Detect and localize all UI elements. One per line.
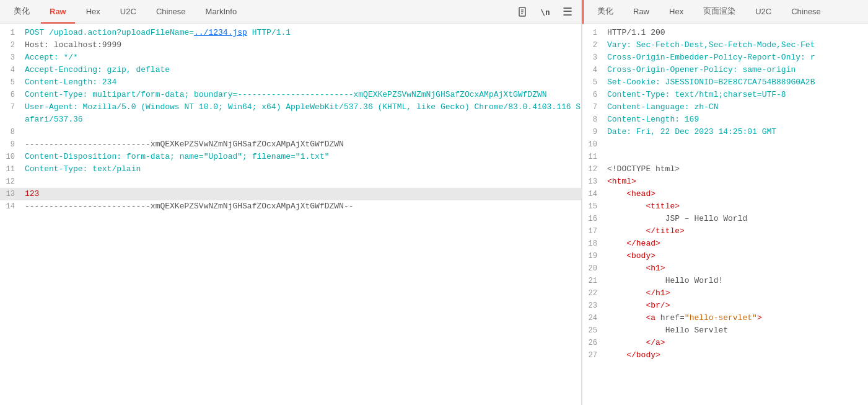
- line-content: </h1>: [602, 287, 868, 300]
- tab-u2c-left[interactable]: U2C: [112, 0, 145, 24]
- line-content: Accept-Encoding: gzip, deflate: [20, 64, 581, 76]
- left-code-area[interactable]: 1POST /upload.action?uploadFileName=../1…: [0, 24, 581, 405]
- tab-hex-right[interactable]: Hex: [660, 0, 692, 24]
- line-number: 9: [582, 126, 602, 138]
- table-row: 9Date: Fri, 22 Dec 2023 14:25:01 GMT: [582, 126, 868, 138]
- table-row: 12: [0, 176, 581, 188]
- line-content: [602, 138, 868, 151]
- table-row: 23 <br/>: [582, 300, 868, 312]
- table-row: 1HTTP/1.1 200: [582, 27, 868, 39]
- line-content: Content-Length: 169: [602, 113, 868, 126]
- line-number: 8: [582, 113, 602, 126]
- table-row: 2Vary: Sec-Fetch-Dest,Sec-Fetch-Mode,Sec…: [582, 39, 868, 51]
- line-content: </title>: [602, 225, 868, 238]
- line-number: 13: [0, 188, 20, 200]
- line-content: <br/>: [602, 300, 868, 312]
- line-content: <head>: [602, 188, 868, 200]
- right-code-area[interactable]: 1HTTP/1.1 2002Vary: Sec-Fetch-Dest,Sec-F…: [582, 24, 868, 405]
- table-row: 25 Hello Servlet: [582, 324, 868, 337]
- line-content: Vary: Sec-Fetch-Dest,Sec-Fetch-Mode,Sec-…: [602, 39, 868, 51]
- line-number: 9: [0, 138, 20, 151]
- line-number: 8: [0, 126, 20, 138]
- line-number: 14: [0, 200, 20, 213]
- line-content: Cross-Origin-Embedder-Policy-Report-Only…: [602, 51, 868, 64]
- tab-markinfo-left[interactable]: MarkInfo: [197, 0, 246, 24]
- line-content: User-Agent: Mozilla/5.0 (Windows NT 10.0…: [20, 101, 581, 126]
- line-content: Hello Servlet: [602, 324, 868, 337]
- left-tab-bar: 美化 Raw Hex U2C Chinese MarkInfo \n ☰: [0, 0, 581, 24]
- line-number: 1: [582, 27, 602, 39]
- line-number: 4: [582, 64, 602, 76]
- table-row: 14 <head>: [582, 188, 868, 200]
- line-number: 3: [582, 51, 602, 64]
- line-content: [20, 176, 581, 188]
- tab-beautify-right[interactable]: 美化: [589, 0, 622, 24]
- line-number: 13: [582, 176, 602, 188]
- table-row: 17 </title>: [582, 225, 868, 238]
- table-row: 11Content-Type: text/plain: [0, 163, 581, 176]
- tab-raw-right[interactable]: Raw: [625, 0, 658, 24]
- table-row: 18 </head>: [582, 238, 868, 250]
- line-number: 26: [582, 337, 602, 349]
- table-row: 2Host: localhost:9999: [0, 39, 581, 51]
- table-row: 4Cross-Origin-Opener-Policy: same-origin: [582, 64, 868, 76]
- line-number: 4: [0, 64, 20, 76]
- line-content: Hello World!: [602, 275, 868, 287]
- line-number: 14: [582, 188, 602, 200]
- line-number: 23: [582, 300, 602, 312]
- icon-newline[interactable]: \n: [537, 3, 554, 20]
- line-number: 19: [582, 250, 602, 262]
- table-row: 16 JSP – Hello World: [582, 213, 868, 225]
- line-number: 6: [0, 89, 20, 101]
- line-number: 16: [582, 213, 602, 225]
- table-row: 26 </a>: [582, 337, 868, 349]
- table-row: 21 Hello World!: [582, 275, 868, 287]
- table-row: 15 <title>: [582, 200, 868, 213]
- tab-beautify-left[interactable]: 美化: [5, 0, 38, 24]
- line-number: 18: [582, 238, 602, 250]
- tab-chinese-right[interactable]: Chinese: [783, 0, 830, 24]
- table-row: 3Cross-Origin-Embedder-Policy-Report-Onl…: [582, 51, 868, 64]
- table-row: 1POST /upload.action?uploadFileName=../1…: [0, 27, 581, 39]
- table-row: 9--------------------------xmQEXKePZSVwN…: [0, 138, 581, 151]
- tab-u2c-right[interactable]: U2C: [747, 0, 780, 24]
- line-number: 12: [582, 163, 602, 176]
- table-row: 5Content-Length: 234: [0, 76, 581, 89]
- icon-menu[interactable]: ☰: [559, 3, 576, 20]
- table-row: 6Content-Type: text/html;charset=UTF-8: [582, 89, 868, 101]
- line-content: Content-Disposition: form-data; name="Up…: [20, 151, 581, 163]
- tab-hex-left[interactable]: Hex: [77, 0, 109, 24]
- table-row: 4Accept-Encoding: gzip, deflate: [0, 64, 581, 76]
- line-number: 3: [0, 51, 20, 64]
- line-content: <title>: [602, 200, 868, 213]
- line-content: </a>: [602, 337, 868, 349]
- table-row: 5Set-Cookie: JSESSIONID=B2E8C7CA754B889G…: [582, 76, 868, 89]
- line-number: 5: [582, 76, 602, 89]
- line-number: 21: [582, 275, 602, 287]
- tab-chinese-left[interactable]: Chinese: [147, 0, 195, 24]
- line-content: Content-Type: multipart/form-data; bound…: [20, 89, 581, 101]
- line-number: 5: [0, 76, 20, 89]
- right-panel: 美化 Raw Hex 页面渲染 U2C Chinese 1HTTP/1.1 20…: [582, 0, 868, 405]
- icon-document[interactable]: [514, 3, 532, 20]
- line-content: JSP – Hello World: [602, 213, 868, 225]
- line-content: <h1>: [602, 262, 868, 275]
- table-row: 12<!DOCTYPE html>: [582, 163, 868, 176]
- table-row: 20 <h1>: [582, 262, 868, 275]
- line-content: <html>: [602, 176, 868, 188]
- line-content: </body>: [602, 349, 868, 362]
- table-row: 13123: [0, 188, 581, 200]
- table-row: 10: [582, 138, 868, 151]
- table-row: 6Content-Type: multipart/form-data; boun…: [0, 89, 581, 101]
- line-content: --------------------------xmQEXKePZSVwNZ…: [20, 138, 581, 151]
- line-number: 25: [582, 324, 602, 337]
- line-number: 10: [0, 151, 20, 163]
- line-content: <body>: [602, 250, 868, 262]
- tab-raw-left[interactable]: Raw: [41, 0, 75, 24]
- line-content: </head>: [602, 238, 868, 250]
- line-content: Content-Language: zh-CN: [602, 101, 868, 113]
- tab-pagerender-right[interactable]: 页面渲染: [695, 0, 744, 24]
- line-content: <a href="hello-servlet">: [602, 312, 868, 324]
- line-content: Cross-Origin-Opener-Policy: same-origin: [602, 64, 868, 76]
- table-row: 7User-Agent: Mozilla/5.0 (Windows NT 10.…: [0, 101, 581, 126]
